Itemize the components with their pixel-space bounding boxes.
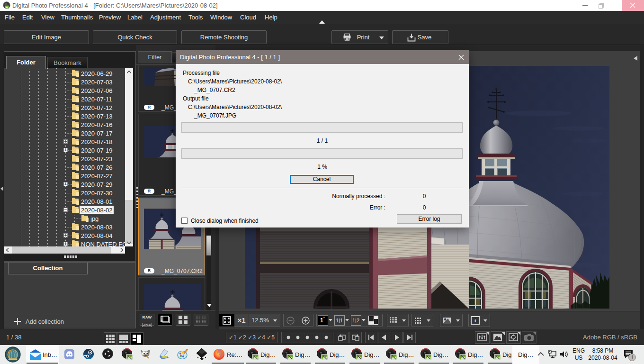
svg-text:1: 1 (631, 355, 634, 360)
svg-text:!: ! (445, 318, 446, 321)
